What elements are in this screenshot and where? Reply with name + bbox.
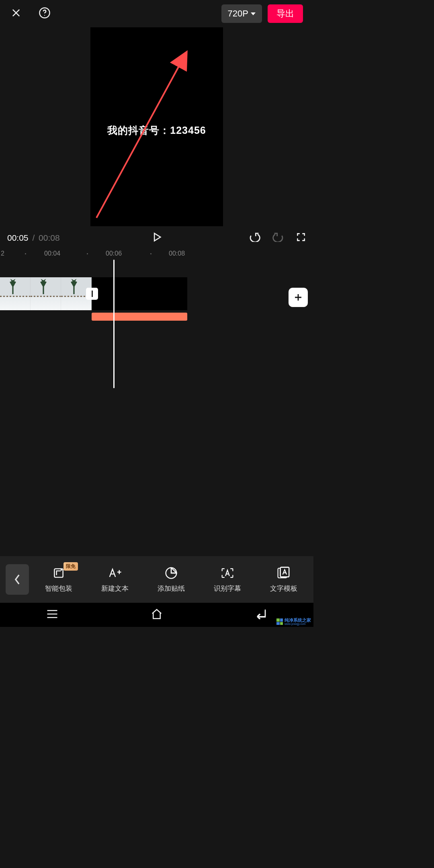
ruler-mark: 00:06	[106, 250, 122, 257]
undo-button[interactable]	[249, 232, 260, 244]
clip-thumbnail	[0, 277, 31, 310]
nav-home-button[interactable]	[151, 608, 163, 621]
timeline[interactable]	[0, 260, 313, 388]
tool-new-text[interactable]: 新建文本	[101, 566, 129, 593]
bottom-toolbar: 限免 智能包装 新建文本 添加贴纸 识别字幕 文字模板	[0, 556, 313, 603]
time-separator: /	[32, 233, 35, 242]
redo-button[interactable]	[272, 232, 284, 244]
badge-free: 限免	[63, 562, 78, 571]
fullscreen-button[interactable]	[296, 232, 306, 244]
ruler-dot	[25, 253, 26, 254]
svg-point-1	[44, 15, 45, 16]
help-icon[interactable]	[39, 7, 51, 20]
tool-label: 智能包装	[45, 584, 72, 593]
svg-point-4	[61, 569, 62, 571]
tool-add-sticker[interactable]: 添加贴纸	[158, 566, 185, 593]
tool-label: 添加贴纸	[158, 584, 185, 593]
watermark-logo-icon	[276, 618, 283, 625]
clip-thumbnail	[31, 277, 61, 310]
watermark: 纯净系统之家 www.ycwqjy.com	[276, 618, 311, 625]
play-button[interactable]	[151, 231, 162, 244]
close-icon[interactable]	[10, 7, 22, 20]
add-clip-button[interactable]	[289, 288, 308, 307]
tool-smart-template[interactable]: 限免 智能包装	[45, 566, 72, 593]
export-button[interactable]: 导出	[268, 4, 303, 23]
video-overlay-text[interactable]: 我的抖音号：123456	[107, 124, 206, 137]
video-preview-area: 我的抖音号：123456	[0, 27, 313, 228]
text-track-clip[interactable]	[92, 313, 187, 321]
black-clip[interactable]	[92, 277, 187, 310]
tool-text-template[interactable]: 文字模板	[270, 566, 297, 593]
header-bar: 720P 导出	[0, 0, 313, 27]
resolution-label: 720P	[228, 8, 248, 19]
total-time: 00:08	[39, 233, 60, 242]
time-display: 00:05 / 00:08	[7, 233, 60, 243]
current-time: 00:05	[7, 233, 29, 242]
nav-back-button[interactable]	[255, 609, 267, 621]
resolution-button[interactable]: 720P	[221, 4, 262, 23]
playback-bar: 00:05 / 00:08	[0, 228, 313, 248]
tool-items: 限免 智能包装 新建文本 添加贴纸 识别字幕 文字模板	[29, 566, 313, 593]
video-canvas[interactable]: 我的抖音号：123456	[90, 27, 223, 226]
ruler-dot	[150, 253, 151, 254]
ruler-mark: 00:08	[169, 250, 185, 257]
sticker-icon	[165, 566, 178, 580]
ruler-mark: 00:04	[44, 250, 60, 257]
playback-right-controls	[249, 232, 306, 244]
timeline-tracks	[0, 277, 313, 310]
transition-button[interactable]	[86, 288, 98, 300]
new-text-icon	[108, 566, 122, 580]
ruler-dot	[87, 253, 88, 254]
video-track[interactable]	[0, 277, 313, 310]
watermark-name: 纯净系统之家	[285, 618, 311, 622]
system-navbar	[0, 603, 313, 627]
watermark-url: www.ycwqjy.com	[285, 622, 311, 625]
chevron-down-icon	[251, 12, 256, 15]
tool-label: 文字模板	[270, 584, 297, 593]
timeline-ruler[interactable]: 2 00:04 00:06 00:08	[0, 248, 313, 260]
tool-recognize-subtitle[interactable]: 识别字幕	[214, 566, 241, 593]
nav-menu-button[interactable]	[46, 609, 58, 620]
subtitle-icon	[221, 566, 234, 580]
tool-label: 新建文本	[101, 584, 129, 593]
export-label: 导出	[276, 8, 294, 18]
video-clip[interactable]	[0, 277, 92, 310]
playhead[interactable]	[113, 260, 115, 388]
text-template-icon	[276, 566, 291, 580]
back-button[interactable]	[6, 564, 29, 595]
header-right: 720P 导出	[221, 4, 303, 23]
ruler-mark: 2	[1, 250, 4, 257]
tool-label: 识别字幕	[214, 584, 241, 593]
